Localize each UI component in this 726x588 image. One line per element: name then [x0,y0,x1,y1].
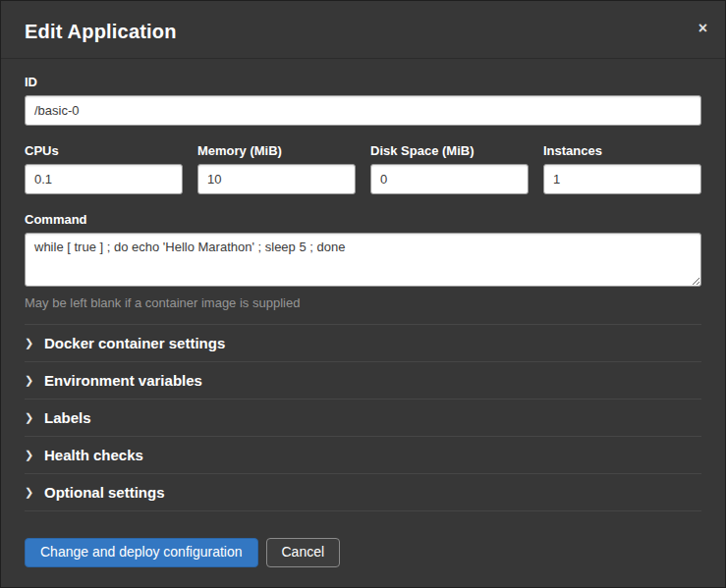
memory-input[interactable] [197,164,356,194]
id-input[interactable] [25,95,701,126]
command-label: Command [25,212,701,227]
section-docker-container-settings[interactable]: ❯ Docker container settings [25,324,701,361]
command-field-group: Command while [ true ] ; do echo 'Hello … [25,212,701,310]
instances-input[interactable] [543,164,701,194]
chevron-right-icon: ❯ [25,411,34,424]
memory-field-group: Memory (MiB) [197,143,356,194]
section-label-docker-container-settings: Docker container settings [44,335,225,351]
chevron-right-icon: ❯ [25,449,34,461]
chevron-right-icon: ❯ [25,337,34,349]
command-help-text: May be left blank if a container image i… [25,295,701,310]
section-labels[interactable]: ❯ Labels [25,399,701,436]
modal-header: Edit Application × [1,1,725,59]
disk-label: Disk Space (MiB) [370,143,529,158]
disk-field-group: Disk Space (MiB) [370,143,529,194]
change-and-deploy-button[interactable]: Change and deploy configuration [25,538,258,567]
id-label: ID [25,75,701,89]
cpus-field-group: CPUs [25,143,183,194]
instances-field-group: Instances [543,143,701,194]
resources-row: CPUs Memory (MiB) Disk Space (MiB) Insta… [25,143,701,194]
section-label-labels: Labels [44,409,91,426]
memory-label: Memory (MiB) [197,143,356,158]
cpus-input[interactable] [25,164,183,194]
section-health-checks[interactable]: ❯ Health checks [25,436,701,473]
modal-body: ID CPUs Memory (MiB) Disk Space (MiB) In… [1,59,725,520]
chevron-right-icon: ❯ [25,486,34,499]
cancel-button[interactable]: Cancel [266,538,341,567]
instances-label: Instances [543,143,701,158]
section-label-environment-variables: Environment variables [44,372,202,389]
cpus-label: CPUs [25,143,183,158]
disk-input[interactable] [370,164,529,194]
section-environment-variables[interactable]: ❯ Environment variables [25,361,701,399]
command-textarea[interactable]: while [ true ] ; do echo 'Hello Marathon… [25,233,701,287]
modal-footer: Change and deploy configuration Cancel [1,520,725,587]
section-optional-settings[interactable]: ❯ Optional settings [25,473,701,511]
edit-application-modal: Edit Application × ID CPUs Memory (MiB) … [0,0,726,588]
section-label-health-checks: Health checks [44,447,143,463]
section-label-optional-settings: Optional settings [44,484,165,501]
id-field-group: ID [25,75,701,126]
chevron-right-icon: ❯ [25,374,34,387]
modal-title: Edit Application [25,21,701,43]
close-icon[interactable]: × [695,17,711,40]
